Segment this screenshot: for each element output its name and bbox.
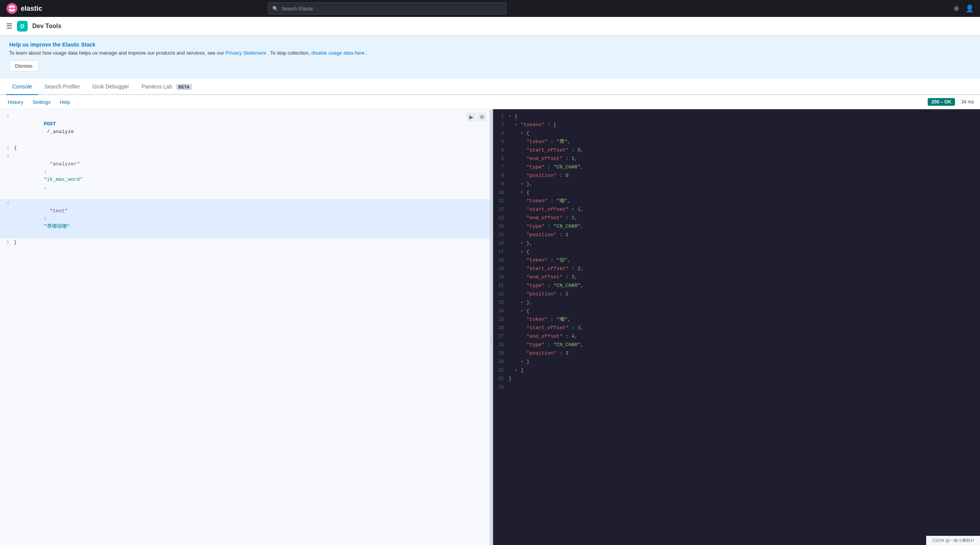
privacy-statement-link[interactable]: Privacy Statement <box>225 50 266 56</box>
beta-badge: BETA <box>176 84 192 90</box>
output-line-32: 32 } <box>493 375 980 383</box>
out-content-23: ▾ }, <box>508 299 980 307</box>
line-content-5: } <box>14 239 490 247</box>
run-button[interactable]: ▶ <box>467 112 476 122</box>
panel-actions: ▶ ⚙ <box>467 112 487 122</box>
output-line-23: 23 ▾ }, <box>493 298 980 307</box>
out-num-16: 16 <box>493 240 508 247</box>
dismiss-button[interactable]: Dismiss <box>9 60 38 72</box>
tab-grok-debugger[interactable]: Grok Debugger <box>86 78 135 95</box>
copy-button[interactable]: ⚙ <box>477 112 487 122</box>
out-content-19: "start_offset" : 2, <box>508 265 980 273</box>
out-content-8: "position" : 0 <box>508 172 980 180</box>
out-num-9: 9 <box>493 180 508 188</box>
output-line-3: 3 ▾ { <box>493 129 980 138</box>
out-content-30: ▾ } <box>508 358 980 366</box>
output-line-8: 8 "position" : 0 <box>493 172 980 180</box>
token-path: /_analyze <box>44 129 74 135</box>
code-editor: 1 POST /_analyze 2 { 3 "analyzer" : "ik_… <box>0 109 490 545</box>
search-bar[interactable]: 🔍 Search Elastic <box>268 2 507 15</box>
out-num-12: 12 <box>493 206 508 213</box>
user-avatar-icon[interactable]: 👤 <box>965 4 974 13</box>
out-num-6: 6 <box>493 155 508 163</box>
line-num-4: 4 <box>0 200 14 207</box>
output-line-4: 4 "token" : "尊", <box>493 138 980 146</box>
history-button[interactable]: History <box>6 98 25 106</box>
out-num-8: 8 <box>493 172 508 180</box>
banner-text-after: . <box>366 50 368 56</box>
response-panel[interactable]: 1 ▾ { 2 ▾ "tokens" : [ 3 ▾ { 4 "token" :… <box>493 109 980 545</box>
output-line-1: 1 ▾ { <box>493 112 980 121</box>
help-circle-icon[interactable]: ⊕ <box>953 4 959 13</box>
editor-line-5: 5 } <box>0 238 490 247</box>
banner-text-before: To learn about how usage data helps us m… <box>9 50 225 56</box>
panel-divider[interactable]: ⋮ <box>490 109 493 545</box>
out-content-26: "start_offset" : 3, <box>508 324 980 332</box>
app-icon-letter: D <box>20 23 24 29</box>
out-num-3: 3 <box>493 130 508 137</box>
out-content-13: "end_offset" : 2, <box>508 214 980 222</box>
hamburger-menu-button[interactable]: ☰ <box>6 22 12 30</box>
line-content-4: "text" : "尊嘟假嘟" <box>14 200 490 238</box>
out-num-5: 5 <box>493 147 508 154</box>
out-num-14: 14 <box>493 223 508 230</box>
output-line-29: 29 "position" : 3 <box>493 349 980 358</box>
output-line-20: 20 "end_offset" : 3, <box>493 273 980 282</box>
out-num-21: 21 <box>493 282 508 290</box>
output-line-18: 18 "token" : "假", <box>493 256 980 265</box>
output-line-22: 22 "position" : 2 <box>493 290 980 298</box>
top-navigation: elastic 🔍 Search Elastic ⊕ 👤 <box>0 0 980 17</box>
editor-line-3: 3 "analyzer" : "ik_max_word" , <box>0 152 490 199</box>
out-num-18: 18 <box>493 257 508 264</box>
tabs-bar: Console Search Profiler Grok Debugger Pa… <box>0 78 980 95</box>
line-content-3: "analyzer" : "ik_max_word" , <box>14 153 490 199</box>
out-content-27: "end_offset" : 4, <box>508 333 980 340</box>
out-num-20: 20 <box>493 273 508 281</box>
info-banner: Help us improve the Elastic Stack To lea… <box>0 35 980 78</box>
search-placeholder: Search Elastic <box>282 6 313 12</box>
out-content-21: "type" : "CN_CHAR", <box>508 282 980 290</box>
disable-usage-link[interactable]: disable usage data here <box>311 50 365 56</box>
app-header: ☰ D Dev Tools <box>0 17 980 35</box>
editor-toolbar: History Settings Help 200 – OK 34 ms <box>0 95 980 109</box>
app-title: Dev Tools <box>32 23 61 30</box>
help-button[interactable]: Help <box>58 98 72 106</box>
out-num-1: 1 <box>493 113 508 120</box>
out-content-29: "position" : 3 <box>508 350 980 357</box>
output-line-5: 5 "start_offset" : 0, <box>493 146 980 155</box>
out-num-22: 22 <box>493 290 508 298</box>
line-content-1: POST /_analyze <box>14 113 490 143</box>
output-line-19: 19 "start_offset" : 2, <box>493 265 980 273</box>
output-line-26: 26 "start_offset" : 3, <box>493 324 980 332</box>
request-editor[interactable]: 1 POST /_analyze 2 { 3 "analyzer" : "ik_… <box>0 109 490 545</box>
out-content-11: "token" : "嘟", <box>508 197 980 205</box>
out-content-20: "end_offset" : 3, <box>508 273 980 281</box>
out-num-2: 2 <box>493 121 508 129</box>
out-content-6: "end_offset" : 1, <box>508 155 980 163</box>
output-line-6: 6 "end_offset" : 1, <box>493 155 980 163</box>
settings-button[interactable]: Settings <box>31 98 52 106</box>
out-num-25: 25 <box>493 316 508 323</box>
tab-search-profiler[interactable]: Search Profiler <box>38 78 86 95</box>
out-num-10: 10 <box>493 189 508 197</box>
out-num-17: 17 <box>493 248 508 256</box>
token-key-analyzer: "analyzer" <box>44 161 80 167</box>
line-num-5: 5 <box>0 239 14 247</box>
out-num-24: 24 <box>493 307 508 315</box>
editor-line-2: 2 { <box>0 144 490 152</box>
out-content-31: ▾ ] <box>508 367 980 374</box>
out-num-30: 30 <box>493 358 508 366</box>
out-num-11: 11 <box>493 197 508 205</box>
tab-console[interactable]: Console <box>6 78 38 95</box>
output-line-9: 9 ▾ }, <box>493 180 980 188</box>
out-content-24: ▾ { <box>508 307 980 315</box>
line-num-2: 2 <box>0 144 14 152</box>
out-content-4: "token" : "尊", <box>508 138 980 146</box>
token-colon-1: : <box>44 169 50 175</box>
out-content-1: ▾ { <box>508 113 980 120</box>
out-num-4: 4 <box>493 138 508 146</box>
elastic-logo[interactable]: elastic <box>6 3 42 14</box>
output-line-17: 17 ▾ { <box>493 248 980 256</box>
tab-painless-lab[interactable]: Painless Lab BETA <box>135 78 198 95</box>
time-badge: 34 ms <box>961 99 974 105</box>
